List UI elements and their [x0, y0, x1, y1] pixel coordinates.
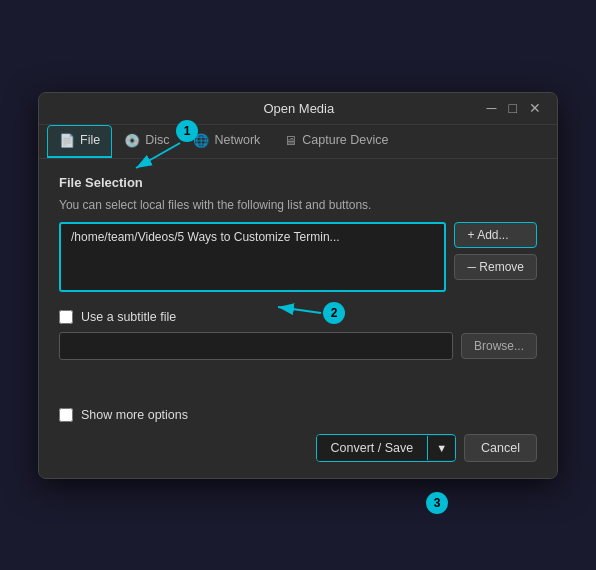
capture-tab-icon: 🖥	[284, 133, 297, 148]
file-list[interactable]: /home/team/Videos/5 Ways to Customize Te…	[59, 222, 446, 292]
show-more-text: Show more options	[81, 408, 188, 422]
main-content: File Selection You can select local file…	[39, 159, 557, 396]
convert-save-dropdown[interactable]: ▼	[427, 436, 455, 460]
convert-save-group: Convert / Save ▼	[316, 434, 457, 462]
file-tab-label: File	[80, 133, 100, 147]
cancel-button[interactable]: Cancel	[464, 434, 537, 462]
subtitle-input[interactable]	[59, 332, 453, 360]
subtitle-checkbox[interactable]	[59, 310, 73, 324]
file-selection-desc: You can select local files with the foll…	[59, 198, 537, 212]
show-more-label[interactable]: Show more options	[59, 408, 188, 422]
open-media-dialog: Open Media ─ □ ✕ 📄 File 💿 Disc 🌐 Network	[38, 92, 558, 479]
footer: Show more options Convert / Save ▼ Cance…	[39, 396, 557, 478]
file-area: /home/team/Videos/5 Ways to Customize Te…	[59, 222, 537, 292]
close-button[interactable]: ✕	[527, 101, 543, 115]
subtitle-section: Use a subtitle file Browse...	[59, 310, 537, 360]
capture-tab-label: Capture Device	[302, 133, 388, 147]
subtitle-label-text: Use a subtitle file	[81, 310, 176, 324]
disc-tab-icon: 💿	[124, 133, 140, 148]
disc-tab-label: Disc	[145, 133, 169, 147]
tab-capture[interactable]: 🖥 Capture Device	[272, 125, 400, 158]
file-buttons: + Add... ─ Remove	[454, 222, 537, 280]
add-button[interactable]: + Add...	[454, 222, 537, 248]
annotation-bubble-3: 3	[426, 492, 448, 514]
tab-file[interactable]: 📄 File	[47, 125, 112, 158]
tab-bar: 📄 File 💿 Disc 🌐 Network 🖥 Capture Device	[39, 125, 557, 159]
subtitle-row: Browse...	[59, 332, 537, 360]
subtitle-checkbox-label[interactable]: Use a subtitle file	[59, 310, 537, 324]
dialog-title: Open Media	[113, 101, 485, 116]
minimize-button[interactable]: ─	[485, 101, 499, 115]
window-controls: ─ □ ✕	[485, 101, 543, 115]
file-selection-title: File Selection	[59, 175, 537, 190]
footer-actions: Convert / Save ▼ Cancel	[59, 434, 537, 462]
annotation-bubble-1: 1	[176, 120, 198, 142]
convert-save-button[interactable]: Convert / Save	[317, 435, 428, 461]
remove-button[interactable]: ─ Remove	[454, 254, 537, 280]
browse-button[interactable]: Browse...	[461, 333, 537, 359]
network-tab-label: Network	[214, 133, 260, 147]
maximize-button[interactable]: □	[507, 101, 519, 115]
file-list-item: /home/team/Videos/5 Ways to Customize Te…	[67, 228, 438, 246]
file-tab-icon: 📄	[59, 133, 75, 148]
titlebar: Open Media ─ □ ✕	[39, 93, 557, 125]
show-more-checkbox[interactable]	[59, 408, 73, 422]
tab-disc[interactable]: 💿 Disc	[112, 125, 181, 158]
footer-top: Show more options	[59, 408, 537, 422]
annotation-bubble-2: 2	[323, 302, 345, 324]
